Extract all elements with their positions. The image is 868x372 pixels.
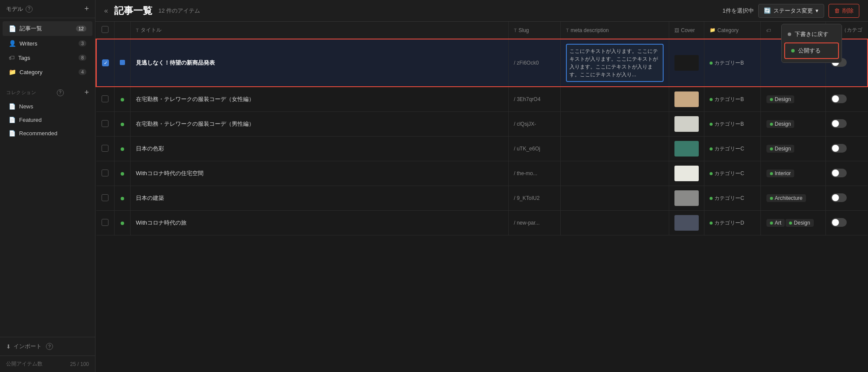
writers-label: Writers <box>20 40 37 47</box>
row-checkbox[interactable] <box>102 219 108 226</box>
table-row: Withコロナ時代の住宅空間/ the-mo... カテゴリーC Interio… <box>96 161 868 186</box>
th-category-label: Category <box>717 27 739 33</box>
row-checkbox[interactable] <box>102 95 108 102</box>
collections-section: コレクション ? + <box>0 82 95 100</box>
row-title[interactable]: 在宅勤務・テレワークの服装コーデ（女性編） <box>136 96 254 102</box>
row-toggle[interactable] <box>831 218 847 227</box>
category-label: Category <box>20 69 43 75</box>
articles-table-container[interactable]: T タイトル T Slug T meta description <box>95 22 868 372</box>
status-change-button[interactable]: 🔄 ステータス変更 ▾ <box>758 4 824 18</box>
tag-badge: Art <box>766 219 785 227</box>
topbar-left: « 記事一覧 12 件のアイテム <box>104 4 200 17</box>
tag-dot <box>789 222 792 225</box>
row-checkbox-cell <box>96 87 115 112</box>
th-cover: 🖼 Cover <box>669 22 704 39</box>
th-meta-label: meta description <box>571 27 609 33</box>
add-collection-button[interactable]: + <box>84 88 89 97</box>
row-category-cell: カテゴリーC <box>704 161 761 186</box>
row-status-cell <box>115 186 131 211</box>
writers-badge: 3 <box>79 40 86 46</box>
row-checkbox[interactable] <box>102 59 109 66</box>
row-toggle[interactable] <box>831 169 847 177</box>
sidebar-item-writers[interactable]: 👤 Writers 3 <box>3 36 92 50</box>
category-dot <box>710 197 713 200</box>
row-cover-cell <box>669 211 704 235</box>
tag-dot <box>770 98 773 101</box>
tags-type-icon: 🏷 <box>766 28 771 33</box>
row-toggle-cell <box>826 112 868 137</box>
row-checkbox[interactable] <box>102 194 108 201</box>
row-toggle[interactable] <box>831 119 847 128</box>
topbar-right: 1件を選択中 🔄 ステータス変更 ▾ 🗑 削除 <box>723 4 859 18</box>
row-slug-cell: / uTK_e6Oj <box>509 137 561 161</box>
row-meta-cell <box>561 161 669 186</box>
row-status-cell <box>115 161 131 186</box>
sidebar-item-news[interactable]: 📄 News <box>3 100 92 113</box>
model-help-icon[interactable]: ? <box>26 6 33 13</box>
select-all-checkbox[interactable] <box>102 26 108 33</box>
sidebar-item-tags[interactable]: 🏷 Tags 8 <box>3 51 92 65</box>
row-title[interactable]: 見逃しなく！待望の新商品発表 <box>136 59 215 66</box>
tags-icon: 🏷 <box>9 54 15 61</box>
row-category-badge: カテゴリーC <box>710 145 744 153</box>
row-title[interactable]: Withコロナ時代の住宅空間 <box>136 170 204 176</box>
import-section[interactable]: ⬇ インポート ? <box>0 337 95 356</box>
sidebar-item-category[interactable]: 📁 Category 4 <box>3 65 92 79</box>
row-toggle[interactable] <box>831 95 847 103</box>
import-help-icon[interactable]: ? <box>46 343 53 350</box>
featured-icon: 📄 <box>9 117 16 123</box>
row-cover-image <box>674 141 699 157</box>
table-row: 日本の建築/ 9_KToIU2 カテゴリーC Architecture <box>96 186 868 211</box>
row-toggle-cell <box>826 186 868 211</box>
sidebar-item-articles[interactable]: 📄 記事一覧 12 <box>3 21 92 36</box>
row-checkbox[interactable] <box>102 170 108 176</box>
articles-badge: 12 <box>76 26 86 32</box>
row-toggle[interactable] <box>831 144 847 153</box>
table-row: 日本の色彩/ uTK_e6Oj カテゴリーC Design <box>96 137 868 161</box>
row-title[interactable]: 日本の色彩 <box>136 145 164 152</box>
row-checkbox-cell <box>96 112 115 137</box>
tag-dot <box>770 172 773 175</box>
row-tags-cell: Interior <box>761 161 826 186</box>
row-title-cell: Withコロナ時代の住宅空間 <box>131 161 509 186</box>
selected-count: 1件を選択中 <box>723 7 754 15</box>
row-toggle[interactable] <box>831 193 847 202</box>
category-type-icon: 📁 <box>710 27 716 33</box>
add-model-button[interactable]: + <box>84 4 89 13</box>
row-checkbox-cell <box>96 137 115 161</box>
publish-option[interactable]: 公開する <box>784 42 839 59</box>
row-checkbox[interactable] <box>102 120 108 127</box>
row-cover-image <box>674 166 699 181</box>
category-dot <box>710 222 713 225</box>
row-title[interactable]: 在宅勤務・テレワークの服装コーデ（男性編） <box>136 121 254 127</box>
row-cover-cell <box>669 87 704 112</box>
row-meta-highlighted: ここにテキストが入ります。ここにテキストが入ります。ここにテキストが入ります。こ… <box>566 44 664 82</box>
collapse-button[interactable]: « <box>104 7 108 15</box>
draft-option[interactable]: 下書きに戻す <box>782 27 842 42</box>
row-slug-cell: / zFi6Ock0 <box>509 39 561 87</box>
row-cover-cell <box>669 137 704 161</box>
table-row: 見逃しなく！待望の新商品発表/ zFi6Ock0ここにテキストが入ります。ここに… <box>96 39 868 87</box>
row-checkbox[interactable] <box>102 145 108 152</box>
page-title: 記事一覧 <box>114 4 152 17</box>
row-meta-cell <box>561 87 669 112</box>
row-status-cell <box>115 39 131 87</box>
title-type-icon: T <box>136 28 139 33</box>
tags-badge: 8 <box>79 55 86 61</box>
row-title[interactable]: 日本の建築 <box>136 195 164 201</box>
tag-badge: Design <box>766 145 794 153</box>
sidebar-item-recommended[interactable]: 📄 Recommended <box>3 127 92 140</box>
collections-help-icon[interactable]: ? <box>57 89 64 96</box>
row-status-cell <box>115 211 131 235</box>
main-content: « 記事一覧 12 件のアイテム 1件を選択中 🔄 ステータス変更 ▾ 🗑 削除… <box>95 0 868 372</box>
row-title[interactable]: Withコロナ時代の旅 <box>136 219 187 226</box>
status-change-icon: 🔄 <box>764 7 771 14</box>
row-cover-cell <box>669 186 704 211</box>
status-dot <box>121 172 124 176</box>
row-category-badge: カテゴリーB <box>710 121 744 128</box>
category-icon: 📁 <box>9 69 16 75</box>
row-meta-cell <box>561 137 669 161</box>
sidebar-item-featured[interactable]: 📄 Featured <box>3 114 92 126</box>
delete-button[interactable]: 🗑 削除 <box>829 4 859 18</box>
row-checkbox-cell <box>96 161 115 186</box>
